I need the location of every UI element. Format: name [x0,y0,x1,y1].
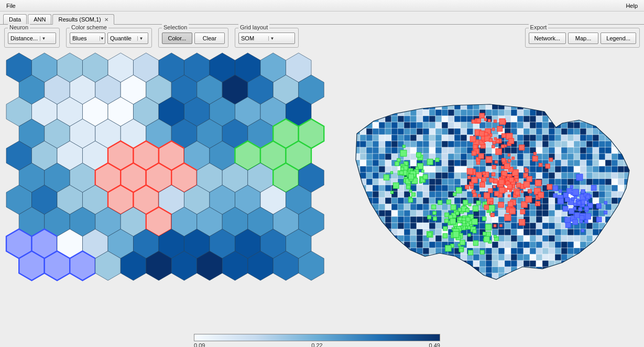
tab-results[interactable]: Results (SOM,1) ✕ [52,14,114,25]
county-cell [385,198,391,204]
county-cell [373,279,379,286]
county-cell [593,198,599,204]
county-cell [442,110,448,116]
tab-ann[interactable]: ANN [28,14,51,24]
county-cell [404,235,410,242]
close-icon[interactable]: ✕ [104,17,108,23]
highlight-cell [505,164,510,169]
county-cell [593,248,599,254]
county-cell [366,128,373,135]
county-cell [435,229,442,235]
county-cell [605,261,612,267]
highlight-cell [538,192,544,198]
export-network-button[interactable]: Network... [529,32,566,44]
menu-help[interactable]: Help [623,2,641,10]
county-cell [366,261,373,267]
county-cell [567,267,574,273]
county-cell [442,172,448,179]
county-cell [454,160,461,166]
county-cell [486,248,492,254]
county-cell [599,248,605,254]
county-cell [605,185,612,191]
highlight-cell [451,205,456,210]
county-cell [473,279,479,286]
county-cell [536,147,542,154]
highlight-cell [585,220,588,223]
method-select[interactable]: Quantile ▼ [107,32,148,44]
highlight-cell [460,248,463,252]
county-cell [612,160,618,166]
county-cell [417,273,423,279]
county-cell [410,229,417,235]
county-cell [467,160,473,166]
county-cell [385,248,391,254]
county-cell [461,141,467,147]
county-cell [605,110,612,116]
county-cell [530,110,536,116]
palette-select[interactable]: Blues ▼ [70,32,105,44]
county-cell [593,154,599,160]
tab-label: Data [9,16,21,23]
selection-color-button[interactable]: Color... [162,32,192,44]
county-cell [398,254,404,261]
county-cell [593,223,599,229]
county-cell [574,242,580,248]
county-cell [612,166,618,172]
county-cell [366,248,373,254]
hexgrid-svg[interactable] [4,51,329,323]
highlight-cell [492,128,495,131]
highlight-cell [472,190,475,193]
selection-clear-button[interactable]: Clear [194,32,225,44]
county-cell [618,103,624,110]
county-cell [379,128,385,135]
county-cell [385,279,391,286]
county-cell [379,229,385,235]
county-cell [454,154,461,160]
county-cell [574,229,580,235]
county-cell [417,210,423,216]
menu-file[interactable]: File [3,2,19,10]
neuron-select[interactable]: Distance... ▼ [8,32,56,44]
county-cell [593,166,599,172]
county-cell [618,235,624,242]
highlight-cell [565,223,571,228]
export-map-button[interactable]: Map... [568,32,598,44]
county-cell [605,179,612,185]
county-cell [354,229,360,235]
county-cell [536,242,542,248]
highlight-cell [428,233,432,236]
county-cell [561,103,567,110]
gridlayout-select[interactable]: SOM ▼ [238,32,295,44]
county-cell [517,261,523,267]
group-legend: Selection [162,24,189,30]
county-cell [373,172,379,179]
county-cell [398,242,404,248]
export-legend-button[interactable]: Legend... [601,32,636,44]
tab-data[interactable]: Data [3,14,27,24]
county-cell [624,103,630,110]
county-cell [574,128,580,135]
county-cell [410,261,417,267]
county-cell [530,248,536,254]
county-cell [385,154,391,160]
county-cell [442,141,448,147]
county-cell [486,267,492,273]
map-svg[interactable] [333,82,637,292]
county-cell [448,135,454,141]
highlight-cell [486,156,492,162]
county-cell [599,116,605,122]
county-cell [605,154,612,160]
highlight-cell [484,205,489,210]
county-cell [549,279,555,286]
highlight-cell [482,177,486,181]
county-cell [618,116,624,122]
county-cell [354,185,360,191]
county-cell [423,198,429,204]
county-cell [605,172,612,179]
county-cell [423,279,429,286]
county-cell [561,154,567,160]
highlight-cell [473,241,478,245]
county-cell [630,242,637,248]
menubar: File Help [0,0,644,12]
county-cell [373,179,379,185]
